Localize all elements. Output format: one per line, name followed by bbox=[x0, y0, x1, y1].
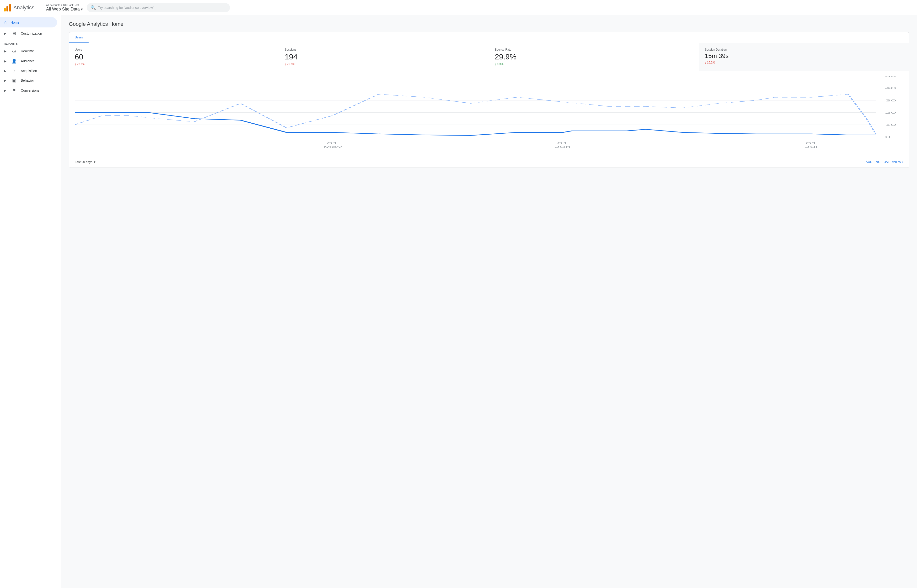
sidebar: ⌂ Home ▶ ⊞ Customization REPORTS ▶ ◷ Rea… bbox=[0, 15, 61, 588]
svg-text:May: May bbox=[323, 145, 342, 149]
metric-sessions-value: 194 bbox=[285, 52, 483, 61]
svg-text:40: 40 bbox=[885, 87, 896, 90]
sidebar-acquisition-label: Acquisition bbox=[21, 69, 37, 73]
app-header: Analytics All accounts › UX Hack Test Al… bbox=[0, 0, 917, 15]
search-icon: 🔍 bbox=[91, 5, 96, 10]
sidebar-item-audience[interactable]: ▶ 👤 Audience bbox=[0, 56, 61, 66]
down-arrow-icon: ↓ bbox=[495, 62, 496, 66]
chart-container: 0 10 20 30 40 50 01 May bbox=[75, 76, 903, 152]
sidebar-item-home[interactable]: ⌂ Home bbox=[0, 17, 57, 27]
svg-text:Jun: Jun bbox=[554, 145, 571, 149]
behavior-icon: ▣ bbox=[11, 78, 17, 83]
svg-text:01: 01 bbox=[327, 142, 338, 145]
sidebar-item-customization[interactable]: ▶ ⊞ Customization bbox=[0, 28, 61, 39]
metric-duration-value: 15m 39s bbox=[705, 52, 904, 60]
svg-text:Jul: Jul bbox=[805, 145, 818, 149]
customization-icon: ⊞ bbox=[11, 31, 17, 36]
app-title: Analytics bbox=[13, 5, 34, 11]
metric-sessions-label: Sessions bbox=[285, 48, 483, 51]
realtime-icon: ◷ bbox=[11, 48, 17, 54]
metric-bounce-change: ↓ 0.3% bbox=[495, 62, 693, 66]
expand-arrow-icon: ▶ bbox=[4, 49, 6, 53]
search-bar[interactable]: 🔍 Try searching for "audience overview" bbox=[87, 3, 230, 12]
sidebar-audience-label: Audience bbox=[21, 59, 35, 63]
audience-overview-label: AUDIENCE OVERVIEW bbox=[866, 160, 901, 164]
sidebar-item-realtime[interactable]: ▶ ◷ Realtime bbox=[0, 46, 61, 56]
chevron-down-icon: ▾ bbox=[94, 160, 96, 164]
expand-arrow-icon: ▶ bbox=[4, 89, 6, 92]
date-range-label: Last 90 days bbox=[75, 160, 92, 164]
svg-text:01: 01 bbox=[557, 142, 569, 145]
expand-arrow-icon: ▶ bbox=[4, 31, 6, 35]
breadcrumb-arrow-icon: › bbox=[61, 3, 62, 7]
page-title: Google Analytics Home bbox=[69, 21, 909, 27]
svg-text:20: 20 bbox=[885, 111, 896, 114]
down-arrow-icon: ↓ bbox=[75, 62, 76, 66]
metric-bounce-value: 29.9% bbox=[495, 52, 693, 61]
search-placeholder: Try searching for "audience overview" bbox=[98, 6, 154, 10]
line-chart: 0 10 20 30 40 50 01 May bbox=[75, 76, 903, 152]
main-content: Google Analytics Home Users Users 60 ↓ 7… bbox=[61, 15, 917, 588]
chevron-down-icon: ▾ bbox=[81, 7, 83, 12]
conversions-icon: ⚑ bbox=[11, 88, 17, 93]
metric-bounce-label: Bounce Rate bbox=[495, 48, 693, 51]
svg-text:0: 0 bbox=[885, 136, 891, 139]
metrics-tab-bar: Users bbox=[69, 32, 909, 43]
chart-area: 0 10 20 30 40 50 01 May bbox=[69, 71, 909, 152]
metric-duration-change: ↓ 16.2% bbox=[705, 61, 904, 65]
svg-text:50: 50 bbox=[885, 76, 896, 78]
sidebar-item-conversions[interactable]: ▶ ⚑ Conversions bbox=[0, 86, 61, 95]
audience-overview-link[interactable]: AUDIENCE OVERVIEW › bbox=[866, 160, 903, 164]
reports-section-label: REPORTS bbox=[0, 39, 61, 46]
expand-arrow-icon: ▶ bbox=[4, 69, 6, 73]
metric-session-duration: Session Duration 15m 39s ↓ 16.2% bbox=[699, 43, 909, 71]
sidebar-realtime-label: Realtime bbox=[21, 49, 34, 53]
down-arrow-icon: ↓ bbox=[705, 61, 706, 65]
logo-icon bbox=[4, 4, 11, 11]
logo-area: Analytics bbox=[4, 4, 34, 11]
app-layout: ⌂ Home ▶ ⊞ Customization REPORTS ▶ ◷ Rea… bbox=[0, 15, 917, 588]
date-range-button[interactable]: Last 90 days ▾ bbox=[75, 160, 96, 164]
sidebar-item-acquisition[interactable]: ▶ ⟩ Acquisition bbox=[0, 66, 61, 76]
metric-sessions-change: ↓ 72.6% bbox=[285, 62, 483, 66]
metric-bounce-rate: Bounce Rate 29.9% ↓ 0.3% bbox=[489, 43, 699, 71]
down-arrow-icon: ↓ bbox=[285, 62, 287, 66]
home-icon: ⌂ bbox=[4, 19, 7, 25]
account-info: All accounts › UX Hack Test All Web Site… bbox=[46, 3, 83, 12]
tab-users[interactable]: Users bbox=[69, 32, 89, 43]
svg-text:01: 01 bbox=[806, 142, 817, 145]
metrics-card: Users Users 60 ↓ 72.6% Sessions 194 bbox=[69, 32, 909, 168]
account-selector-button[interactable]: All Web Site Data ▾ bbox=[46, 7, 83, 12]
svg-text:30: 30 bbox=[885, 99, 896, 102]
metric-users-change: ↓ 72.6% bbox=[75, 62, 273, 66]
sidebar-conversions-label: Conversions bbox=[21, 89, 39, 92]
acquisition-icon: ⟩ bbox=[11, 68, 17, 73]
metric-users-value: 60 bbox=[75, 52, 273, 61]
metric-duration-label: Session Duration bbox=[705, 48, 904, 51]
sidebar-home-label: Home bbox=[11, 21, 19, 24]
chart-footer: Last 90 days ▾ AUDIENCE OVERVIEW › bbox=[69, 156, 909, 168]
metric-users-label: Users bbox=[75, 48, 273, 51]
header-divider bbox=[40, 3, 41, 12]
breadcrumb: All accounts › UX Hack Test bbox=[46, 3, 83, 7]
expand-arrow-icon: ▶ bbox=[4, 79, 6, 82]
chevron-right-icon: › bbox=[902, 160, 903, 164]
svg-text:10: 10 bbox=[885, 123, 896, 126]
metric-sessions: Sessions 194 ↓ 72.6% bbox=[279, 43, 489, 71]
audience-icon: 👤 bbox=[11, 58, 17, 64]
metrics-grid: Users 60 ↓ 72.6% Sessions 194 ↓ 72.6% bbox=[69, 43, 909, 71]
metric-users: Users 60 ↓ 72.6% bbox=[69, 43, 279, 71]
expand-arrow-icon: ▶ bbox=[4, 59, 6, 63]
sidebar-item-behavior[interactable]: ▶ ▣ Behavior bbox=[0, 76, 61, 86]
sidebar-behavior-label: Behavior bbox=[21, 79, 34, 82]
sidebar-customization-label: Customization bbox=[21, 31, 42, 35]
